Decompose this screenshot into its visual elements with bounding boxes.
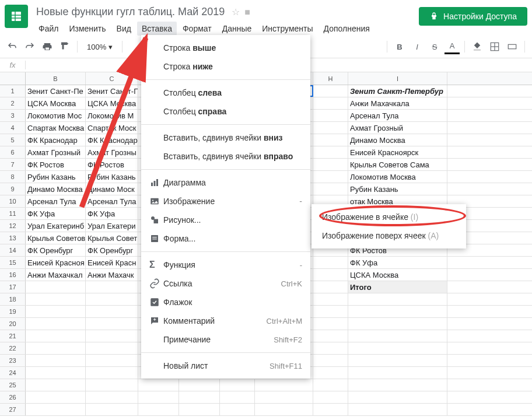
cell[interactable] <box>138 379 179 391</box>
cell[interactable] <box>26 342 86 354</box>
cell[interactable]: Локомотив М <box>86 110 138 121</box>
row-header[interactable]: 18 <box>0 293 26 305</box>
menu-формат[interactable]: Формат <box>178 22 216 36</box>
print-button[interactable] <box>40 39 55 54</box>
cell[interactable]: ФК Краснодар <box>26 134 86 146</box>
menu-изменить[interactable]: Изменить <box>64 22 110 36</box>
cell[interactable] <box>313 97 348 109</box>
cell[interactable] <box>313 110 348 121</box>
cell[interactable] <box>313 306 348 317</box>
cell[interactable] <box>313 379 348 391</box>
cell[interactable]: Локомотив Мос <box>26 110 86 121</box>
cell[interactable] <box>138 404 179 415</box>
menu-дополнения[interactable]: Дополнения <box>319 22 374 36</box>
cell[interactable] <box>86 355 138 366</box>
cell[interactable] <box>313 257 348 268</box>
cell[interactable] <box>26 330 86 342</box>
cell[interactable]: Динамо Москва <box>348 134 447 146</box>
cell[interactable]: ФК Уфа <box>26 208 86 219</box>
menu-файл[interactable]: Файл <box>34 22 63 36</box>
row-header[interactable]: 8 <box>0 171 26 183</box>
row-header[interactable]: 26 <box>0 391 26 403</box>
cell[interactable] <box>313 183 348 195</box>
menu-item[interactable]: ПримечаниеShift+F2 <box>141 330 310 349</box>
row-header[interactable]: 16 <box>0 269 26 281</box>
column-header[interactable]: I <box>348 72 447 85</box>
cell[interactable] <box>255 404 313 415</box>
cell[interactable]: Итого <box>348 281 447 293</box>
redo-button[interactable] <box>22 39 37 54</box>
cell[interactable] <box>313 391 348 403</box>
row-header[interactable]: 19 <box>0 306 26 317</box>
cell[interactable] <box>26 318 86 330</box>
text-color-button[interactable]: A <box>444 39 460 54</box>
cell[interactable] <box>348 391 447 403</box>
italic-button[interactable]: I <box>410 39 425 54</box>
cell[interactable]: Урал Екатери <box>86 220 138 232</box>
menu-item[interactable]: +КомментарийCtrl+Alt+M <box>141 312 310 330</box>
menu-item[interactable]: ΣФункция- <box>141 256 310 274</box>
row-header[interactable]: 22 <box>0 342 26 354</box>
row-header[interactable]: 15 <box>0 257 26 268</box>
cell[interactable] <box>313 159 348 170</box>
cell[interactable]: ФК Ростов <box>26 159 86 170</box>
row-header[interactable]: 17 <box>0 281 26 293</box>
cell[interactable] <box>86 318 138 330</box>
cell[interactable] <box>26 355 86 366</box>
cell[interactable] <box>348 379 447 391</box>
row-header[interactable]: 3 <box>0 110 26 121</box>
cell[interactable]: ЦСКА Москва <box>348 269 447 281</box>
sheets-logo[interactable] <box>5 5 28 28</box>
cell[interactable]: Ахмат Грозный <box>348 122 447 134</box>
cell[interactable]: Арсенал Тула <box>86 195 138 207</box>
cell[interactable] <box>179 404 220 415</box>
cell[interactable]: Енисей Красн <box>86 257 138 268</box>
cell[interactable]: Енисей Красноярск <box>348 146 447 158</box>
menu-item[interactable]: Столбец слева <box>141 83 310 102</box>
column-header[interactable]: B <box>26 72 86 85</box>
cell[interactable] <box>26 404 86 415</box>
submenu-item[interactable]: Изображение в ячейке (I) <box>312 208 466 226</box>
row-header[interactable]: 25 <box>0 379 26 391</box>
cell[interactable] <box>313 269 348 281</box>
menu-item[interactable]: Форма... <box>141 229 310 248</box>
menu-item[interactable]: Изображение- <box>141 192 310 211</box>
cell[interactable]: Анжи Махачкала <box>348 97 447 109</box>
cell[interactable]: Урал Екатеринб <box>26 220 86 232</box>
cell[interactable]: Арсенал Тула <box>26 195 86 207</box>
cell[interactable]: Зенит Санкт-П <box>86 85 138 97</box>
cell[interactable]: Анжи Махачк <box>86 269 138 281</box>
cell[interactable]: Анжи Махачкал <box>26 269 86 281</box>
cell[interactable] <box>138 391 179 403</box>
cell[interactable] <box>313 330 348 342</box>
row-header[interactable]: 6 <box>0 146 26 158</box>
cell[interactable] <box>86 367 138 379</box>
cell[interactable] <box>179 379 220 391</box>
cell[interactable] <box>348 318 447 330</box>
cell[interactable]: Енисей Красноя <box>26 257 86 268</box>
cell[interactable] <box>86 293 138 305</box>
cell[interactable]: Арсенал Тула <box>348 110 447 121</box>
row-header[interactable]: 12 <box>0 220 26 232</box>
document-title[interactable]: Новые функции гугл таблиц. Май 2019 <box>34 5 227 19</box>
cell[interactable] <box>220 404 255 415</box>
submenu-item[interactable]: Изображение поверх ячеек (A) <box>312 226 466 245</box>
menu-item[interactable]: Вставить, сдвинув ячейки вправо <box>141 147 310 166</box>
row-header[interactable]: 24 <box>0 367 26 379</box>
cell[interactable] <box>348 355 447 366</box>
row-header[interactable]: 5 <box>0 134 26 146</box>
fill-color-button[interactable] <box>470 39 485 54</box>
cell[interactable]: ФК Оренбург <box>26 244 86 256</box>
row-header[interactable]: 10 <box>0 195 26 207</box>
cell[interactable]: Рубин Казань <box>26 171 86 183</box>
cell[interactable] <box>220 391 255 403</box>
menu-item[interactable]: Вставить, сдвинув ячейки вниз <box>141 128 310 147</box>
strikethrough-button[interactable]: S <box>427 39 442 54</box>
cell[interactable] <box>86 404 138 415</box>
cell[interactable]: Ахмат Грозный <box>26 146 86 158</box>
cell[interactable] <box>26 306 86 317</box>
cell[interactable] <box>313 146 348 158</box>
cell[interactable]: Крылья Советов Сама <box>348 159 447 170</box>
row-header[interactable]: 7 <box>0 159 26 170</box>
menu-инструменты[interactable]: Инструменты <box>257 22 317 36</box>
